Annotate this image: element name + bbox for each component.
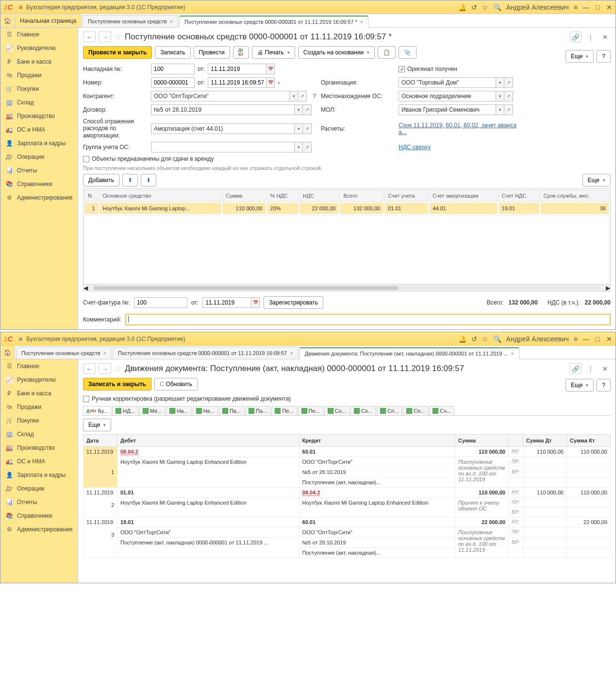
move-up-button[interactable]: ⬆ [122, 174, 138, 186]
sidebar-item-os[interactable]: 🚛ОС и НМА [0, 123, 78, 136]
sidebar-item-refs[interactable]: 📚Справочники [0, 509, 78, 523]
open-icon[interactable]: ↗ [303, 142, 312, 153]
calendar-icon[interactable]: 📅 [266, 64, 275, 74]
close-icon[interactable]: × [511, 351, 514, 356]
sf-no-input[interactable] [134, 297, 187, 308]
mtab[interactable]: Сп... [403, 406, 428, 415]
mtab[interactable]: Па... [245, 406, 270, 415]
sidebar-item-operations[interactable]: ДтОперации [0, 150, 78, 164]
sidebar-item-production[interactable]: 🏭Производство [0, 441, 78, 455]
dropdown-icon[interactable]: ▾ [294, 123, 303, 134]
close-icon[interactable]: × [103, 350, 106, 356]
star-icon[interactable]: ☆ [482, 3, 488, 11]
sidebar-item-main[interactable]: ☰Главное [0, 28, 78, 41]
invoice-date-input[interactable] [208, 64, 266, 74]
bell-icon[interactable]: 🔔 [458, 335, 466, 343]
close-icon[interactable]: × [290, 350, 293, 356]
dropdown-icon[interactable]: ▾ [289, 91, 298, 102]
help-link[interactable]: ? [313, 93, 316, 100]
grid-more-button[interactable]: Еще [583, 174, 611, 186]
mov-row[interactable]: 11.11.20192 01.01 08.04.2 110 000,00 НУ:… [83, 488, 611, 498]
original-checkbox[interactable]: ✓Оригинал получен [399, 66, 525, 72]
close-icon[interactable]: × [170, 18, 173, 24]
mtab[interactable]: На... [193, 406, 218, 415]
osgroup-select[interactable] [151, 142, 294, 153]
sidebar-item-salary[interactable]: 👤Зарплата и кадры [0, 136, 78, 150]
menu-icon[interactable]: ≡ [18, 335, 22, 343]
mtab-bu[interactable]: ДтКтБу... [83, 406, 111, 415]
sidebar-item-production[interactable]: 🏭Производство [0, 109, 78, 123]
kebab-icon[interactable]: ⋮ [584, 32, 596, 42]
sidebar-item-bank[interactable]: ₽Банк и касса [0, 387, 78, 400]
comment-input[interactable] [125, 314, 611, 325]
sidebar-item-manager[interactable]: 📈Руководителю [0, 373, 78, 387]
movements-grid[interactable]: Дата Дебет Кредит Сумма Сумма Дт Сумма К… [83, 434, 611, 558]
post-button[interactable]: Провести [194, 46, 230, 59]
minimize-button[interactable]: — [583, 3, 589, 11]
home-tab[interactable]: 🏠 [0, 14, 15, 27]
post-close-button[interactable]: Провести и закрыть [83, 46, 152, 59]
sidebar-item-purchase[interactable]: 🛒Покупки [0, 82, 78, 96]
mtab[interactable]: Па... [219, 406, 244, 415]
calc-link[interactable]: Срок 11.11.2019, 60.01, 60.02, зачет ава… [399, 122, 525, 136]
location-select[interactable]: Основное подразделение [399, 91, 496, 102]
close-button[interactable]: ✕ [606, 335, 613, 343]
open-icon[interactable]: ↗ [303, 123, 312, 134]
open-icon[interactable]: ↗ [504, 104, 513, 115]
mtab[interactable]: Пе... [298, 406, 323, 415]
sidebar-item-refs[interactable]: 📚Справочники [0, 177, 78, 191]
link-icon[interactable]: 🔗 [570, 32, 582, 42]
maximize-button[interactable]: □ [594, 3, 601, 11]
move-down-button[interactable]: ⬇ [141, 174, 156, 186]
close-doc[interactable]: ✕ [599, 363, 611, 374]
user-name[interactable]: Андрей Алексеевич [506, 3, 569, 11]
start-page-tab[interactable]: Начальная страница [15, 14, 82, 27]
write-close-button[interactable]: Записать и закрыть [83, 378, 151, 390]
invoice-no-input[interactable] [151, 64, 195, 74]
items-grid[interactable]: N Основное средство Сумма % НДС НДС Всег… [83, 188, 611, 285]
print-button[interactable]: 🖨 Печать [252, 46, 295, 59]
dropdown-icon[interactable]: ▾ [496, 91, 504, 102]
minimize-button[interactable]: — [583, 335, 589, 343]
register-button[interactable]: Зарегистрировать [264, 296, 323, 309]
nav-fwd[interactable]: → [99, 363, 111, 374]
mtab[interactable]: Со... [350, 406, 376, 415]
nav-back[interactable]: ← [83, 363, 96, 374]
nav-fwd[interactable]: → [99, 32, 111, 42]
h-scrollbar[interactable]: ◀▶ [83, 285, 611, 291]
sidebar-item-purchase[interactable]: 🛒Покупки [0, 414, 78, 427]
help-button[interactable]: ? [597, 379, 611, 391]
mov-row[interactable]: 11.11.20191 08.04.2 60.01 110 000,00 НУ:… [83, 447, 611, 457]
edo-button[interactable]: 📋 [378, 46, 396, 59]
more-button[interactable]: Еще [566, 379, 594, 391]
open-icon[interactable]: ↗ [504, 77, 513, 88]
sidebar-item-reports[interactable]: 📊Отчеты [0, 164, 78, 177]
history-icon[interactable]: ↺ [471, 335, 477, 343]
mtab[interactable]: Пе... [271, 406, 297, 415]
kebab-icon[interactable]: ⋮ [584, 363, 596, 374]
refresh-button[interactable]: С Обновить [154, 378, 198, 390]
sidebar-item-operations[interactable]: ДтОперации [0, 482, 78, 495]
number-input[interactable] [151, 77, 195, 88]
favorite-icon[interactable]: ☆ [114, 363, 122, 374]
add-button[interactable]: Добавить [83, 174, 119, 186]
rent-checkbox[interactable]: Объекты предназначены для сдачи в аренду [83, 155, 611, 162]
user-name[interactable]: Андрей Алексеевич [506, 335, 569, 343]
attach-button[interactable]: 📎 [399, 46, 416, 59]
tab-2[interactable]: Поступление основных средств 0000-000001… [113, 347, 299, 359]
settings-icon[interactable]: ≡ [574, 335, 578, 343]
create-based-button[interactable]: Создать на основании [298, 46, 375, 59]
sidebar-item-salary[interactable]: 👤Зарплата и кадры [0, 468, 78, 482]
mtab[interactable]: На... [166, 406, 191, 415]
nav-back[interactable]: ← [83, 32, 96, 42]
sidebar-item-admin[interactable]: ⚙Администрирование [0, 523, 78, 536]
depr-select[interactable]: Амортизация (счет 44.01) [151, 123, 294, 134]
close-icon[interactable]: × [360, 19, 363, 25]
settings-icon[interactable]: ≡ [574, 3, 578, 11]
contract-select[interactable]: №5 от 28.10.2019 [151, 104, 294, 115]
dropdown-icon[interactable]: ▾ [294, 104, 303, 115]
mtab[interactable]: НД... [112, 406, 138, 415]
mtab[interactable]: Сч... [429, 406, 454, 415]
search-icon[interactable]: 🔍 [493, 3, 501, 11]
tab-1[interactable]: Поступление основных средств× [83, 15, 178, 27]
